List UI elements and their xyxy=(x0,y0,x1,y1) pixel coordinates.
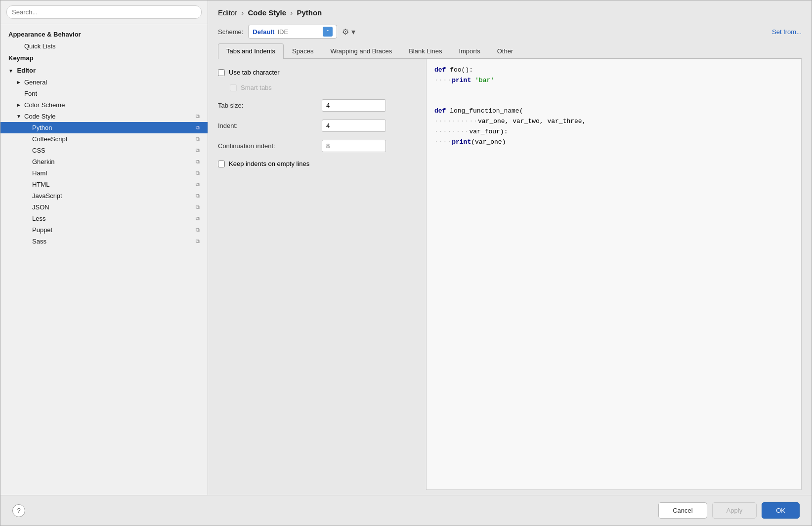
copy-icon: ⧉ xyxy=(196,204,200,210)
tab-spaces[interactable]: Spaces xyxy=(284,43,322,58)
smart-tabs-checkbox[interactable] xyxy=(230,84,237,91)
copy-icon: ⧉ xyxy=(196,113,200,120)
bottom-bar: ? Cancel Apply OK xyxy=(0,495,812,526)
indent-label: Indent: xyxy=(218,122,317,129)
keyword-print: print xyxy=(452,76,475,86)
copy-icon: ⧉ xyxy=(196,147,200,154)
sidebar-item-json[interactable]: JSON ⧉ xyxy=(0,202,208,213)
sidebar-item-javascript[interactable]: JavaScript ⧉ xyxy=(0,190,208,202)
collapse-icon: ▼ xyxy=(8,68,13,74)
scheme-row: Scheme: Default IDE ⌃ ⚙ ▾ Set from... xyxy=(208,21,812,41)
sidebar-item-haml[interactable]: Haml ⧉ xyxy=(0,167,208,179)
tab-size-input[interactable] xyxy=(322,99,386,112)
scheme-type: IDE xyxy=(277,28,288,36)
dialog-body: Appearance & Behavior Quick Lists Keymap… xyxy=(0,0,812,495)
copy-icon: ⧉ xyxy=(196,215,200,222)
indent-dots-2: ·········· xyxy=(434,117,478,127)
sidebar-tree: Appearance & Behavior Quick Lists Keymap… xyxy=(0,24,208,495)
code-line-2: ····print 'bar' xyxy=(434,76,793,86)
scheme-select[interactable]: Default IDE ⌃ xyxy=(248,25,337,39)
keep-indents-row: Keep indents on empty lines xyxy=(218,160,426,167)
copy-icon: ⧉ xyxy=(196,136,200,142)
copy-icon: ⧉ xyxy=(196,159,200,165)
keyword-print-2: print xyxy=(452,137,471,148)
indent-input[interactable] xyxy=(322,120,386,132)
code-line-6: ··········var_one, var_two, var_three, xyxy=(434,117,793,127)
code-args: var_one, var_two, var_three, xyxy=(478,117,586,127)
sidebar-item-puppet[interactable]: Puppet ⧉ xyxy=(0,224,208,236)
search-bar xyxy=(0,0,208,24)
sidebar-item-quick-lists[interactable]: Quick Lists xyxy=(0,40,208,52)
code-args-2: var_four): xyxy=(469,127,508,137)
preview-panel: def foo(): ····print 'bar' def long_func… xyxy=(426,59,802,490)
sidebar-item-css[interactable]: CSS ⧉ xyxy=(0,145,208,156)
copy-icon: ⧉ xyxy=(196,181,200,188)
set-from-link[interactable]: Set from... xyxy=(772,28,802,36)
settings-panel: Use tab character Smart tabs Tab size: I… xyxy=(218,59,426,490)
keyword-def-2: def xyxy=(434,106,450,117)
sidebar-item-gherkin[interactable]: Gherkin ⧉ xyxy=(0,156,208,167)
content-area: Use tab character Smart tabs Tab size: I… xyxy=(208,59,812,495)
smart-tabs-row: Smart tabs xyxy=(218,84,426,91)
sidebar-item-general[interactable]: ► General xyxy=(0,77,208,88)
copy-icon: ⧉ xyxy=(196,238,200,244)
use-tab-checkbox[interactable] xyxy=(218,69,225,76)
continuation-indent-label: Continuation indent: xyxy=(218,142,317,150)
code-line-4 xyxy=(434,96,793,106)
sidebar-item-python[interactable]: Python ⧉ xyxy=(0,122,208,133)
code-line-8: ····print(var_one) xyxy=(434,137,793,148)
cancel-button[interactable]: Cancel xyxy=(658,502,707,519)
sidebar-item-html[interactable]: HTML ⧉ xyxy=(0,179,208,190)
expand-icon: ► xyxy=(16,102,22,108)
tab-other[interactable]: Other xyxy=(489,43,522,58)
apply-button[interactable]: Apply xyxy=(712,502,757,519)
expand-icon: ► xyxy=(16,80,22,85)
scheme-name: Default xyxy=(253,28,274,36)
code-line-7: ········var_four): xyxy=(434,127,793,137)
code-call: (var_one) xyxy=(471,137,506,148)
sidebar-item-font[interactable]: Font xyxy=(0,88,208,99)
code-fn-2: long_function_name( xyxy=(450,106,523,117)
breadcrumb: Editor › Code Style › Python xyxy=(208,0,812,21)
sidebar-item-sass[interactable]: Sass ⧉ xyxy=(0,236,208,247)
code-fn: foo(): xyxy=(450,65,473,76)
indent-dots: ···· xyxy=(434,76,452,86)
sidebar-section-editor: ▼ Editor xyxy=(0,64,208,77)
indent-row: Indent: xyxy=(218,120,426,132)
search-input[interactable] xyxy=(6,5,202,19)
code-line-5: def long_function_name( xyxy=(434,106,793,117)
main-content: Editor › Code Style › Python Scheme: Def… xyxy=(208,0,812,495)
copy-icon: ⧉ xyxy=(196,193,200,199)
string-bar: 'bar' xyxy=(475,76,494,86)
tab-size-row: Tab size: xyxy=(218,99,426,112)
keyword-def: def xyxy=(434,65,450,76)
expand-icon: ▼ xyxy=(16,114,22,119)
sidebar-section-keymap: Keymap xyxy=(0,52,208,64)
copy-icon: ⧉ xyxy=(196,227,200,233)
smart-tabs-label: Smart tabs xyxy=(241,84,272,91)
tab-blank-lines[interactable]: Blank Lines xyxy=(400,43,450,58)
continuation-indent-row: Continuation indent: xyxy=(218,140,426,152)
sidebar-item-coffeescript[interactable]: CoffeeScript ⧉ xyxy=(0,133,208,145)
tab-size-label: Tab size: xyxy=(218,102,317,109)
indent-dots-4: ···· xyxy=(434,137,452,148)
scheme-dropdown-arrow: ⌃ xyxy=(323,27,333,37)
continuation-indent-input[interactable] xyxy=(322,140,386,152)
ok-button[interactable]: OK xyxy=(762,502,800,519)
tab-imports[interactable]: Imports xyxy=(450,43,488,58)
copy-icon: ⧉ xyxy=(196,124,200,131)
tab-wrapping[interactable]: Wrapping and Braces xyxy=(322,43,400,58)
gear-button[interactable]: ⚙ ▾ xyxy=(342,27,355,37)
sidebar-item-less[interactable]: Less ⧉ xyxy=(0,213,208,224)
tab-tabs-indents[interactable]: Tabs and Indents xyxy=(218,43,284,59)
keep-indents-checkbox[interactable] xyxy=(218,161,225,167)
help-button[interactable]: ? xyxy=(12,504,25,517)
use-tab-label[interactable]: Use tab character xyxy=(229,69,280,76)
indent-dots-3: ········ xyxy=(434,127,469,137)
sidebar-item-color-scheme[interactable]: ► Color Scheme xyxy=(0,99,208,111)
keep-indents-label[interactable]: Keep indents on empty lines xyxy=(229,160,309,167)
sidebar-item-code-style[interactable]: ▼ Code Style ⧉ xyxy=(0,111,208,122)
settings-dialog: Appearance & Behavior Quick Lists Keymap… xyxy=(0,0,812,526)
use-tab-character-row: Use tab character xyxy=(218,69,426,76)
sidebar-section-appearance: Appearance & Behavior xyxy=(0,28,208,40)
